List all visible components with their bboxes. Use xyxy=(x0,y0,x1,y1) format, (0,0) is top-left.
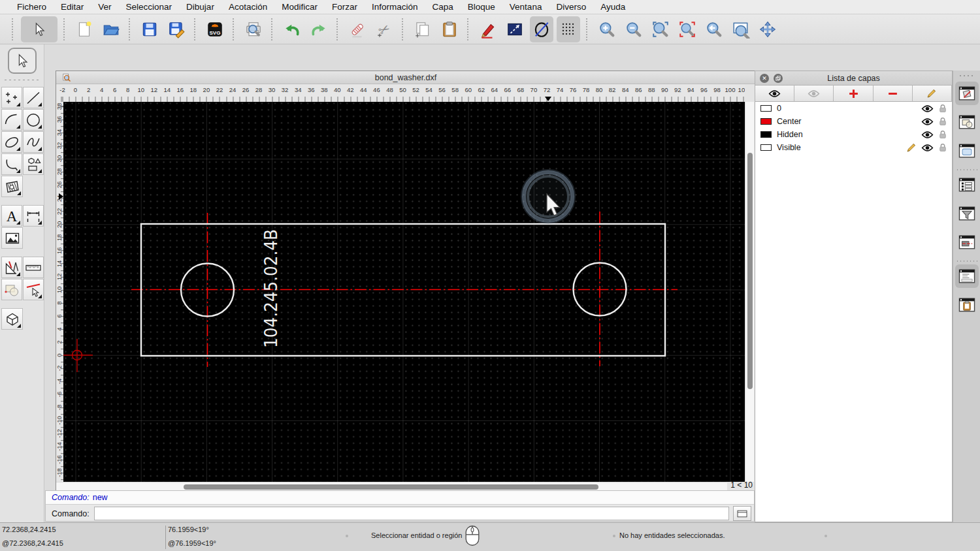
menu-diverso[interactable]: Diverso xyxy=(549,2,593,12)
menu-ver[interactable]: Ver xyxy=(91,2,118,12)
layer-pencil-button[interactable] xyxy=(913,86,952,102)
h-ruler-label: 78 xyxy=(583,86,590,93)
paste-button[interactable] xyxy=(438,16,461,42)
copy-button[interactable] xyxy=(411,16,434,42)
vertical-scrollbar[interactable] xyxy=(745,102,754,482)
block-list-dock-button[interactable] xyxy=(955,110,979,134)
library-browser-dock-button[interactable] xyxy=(955,139,979,163)
select-tool-button[interactable] xyxy=(8,48,37,74)
filter-dock-button[interactable] xyxy=(955,202,979,225)
layer-visibility-eye-icon[interactable] xyxy=(921,131,934,139)
polygon-tool-button[interactable] xyxy=(23,153,44,175)
layer-visibility-eye-icon[interactable] xyxy=(921,118,934,126)
line-attributes-button[interactable] xyxy=(503,16,527,42)
layer-lock-icon[interactable] xyxy=(938,143,947,152)
zoom-previous-button[interactable] xyxy=(702,16,726,42)
dimension-tool-button[interactable] xyxy=(23,205,44,227)
zoom-selection-button[interactable] xyxy=(676,16,699,42)
circle-tool-button[interactable] xyxy=(23,109,44,131)
layer-row-center[interactable]: Center xyxy=(755,115,952,128)
new-file-button[interactable] xyxy=(73,16,96,42)
open-file-button[interactable] xyxy=(99,16,123,42)
select-entity-tool-button[interactable] xyxy=(23,279,44,300)
layer-minus-button[interactable] xyxy=(874,86,913,102)
modify-tool-button[interactable] xyxy=(1,279,22,300)
layer-visibility-eye-icon[interactable] xyxy=(921,144,934,152)
command-detach-button[interactable] xyxy=(733,506,751,521)
document-titlebar[interactable]: bond_washer.dxf xyxy=(56,71,755,84)
points-tool-button[interactable] xyxy=(1,87,22,108)
layer-eye-off-button[interactable] xyxy=(794,86,834,102)
text-tool-button[interactable]: A xyxy=(1,205,22,227)
print-preview-button[interactable] xyxy=(242,16,265,42)
layer-lock-icon[interactable] xyxy=(938,130,947,139)
palette-drag-handle[interactable] xyxy=(3,78,41,82)
part-label[interactable]: 104.245.02.4B xyxy=(261,229,281,348)
layer-lock-icon[interactable] xyxy=(938,104,947,113)
grid-toggle-button[interactable] xyxy=(557,16,580,42)
menu-fichero[interactable]: Fichero xyxy=(10,2,54,12)
undo-button[interactable] xyxy=(280,16,304,42)
spline-tool-button[interactable] xyxy=(23,131,44,153)
ellipse-tool-button[interactable] xyxy=(1,131,22,153)
command-widget-dock-button[interactable] xyxy=(955,264,979,288)
cut-button[interactable]: ✂ xyxy=(372,16,396,42)
v-ruler-label: 16 xyxy=(56,247,63,254)
command-input[interactable] xyxy=(94,507,729,520)
hatch-tool-button[interactable] xyxy=(1,176,23,197)
zoom-auto-button[interactable] xyxy=(649,16,672,42)
zoom-out-button[interactable] xyxy=(622,16,645,42)
v-ruler-label: 34 xyxy=(56,129,63,136)
vertical-scroll-thumb[interactable] xyxy=(747,153,753,389)
svg-export-button[interactable]: SVG xyxy=(203,16,227,42)
layer-plus-button[interactable] xyxy=(834,86,873,102)
polyline-tool-button[interactable] xyxy=(1,153,22,175)
h-ruler-label: 18 xyxy=(190,86,197,93)
layer-lock-icon[interactable] xyxy=(938,117,947,126)
menu-dibujar[interactable]: Dibujar xyxy=(179,2,221,12)
drawing-canvas[interactable]: 104.245.02.4B xyxy=(63,102,745,482)
select-arrow-button[interactable] xyxy=(21,16,57,42)
menu-capa[interactable]: Capa xyxy=(425,2,461,12)
zoom-pan-button[interactable] xyxy=(756,16,779,42)
layer-row-0[interactable]: 0 xyxy=(755,102,952,115)
image-tool-button[interactable] xyxy=(1,227,23,249)
menu-seleccionar[interactable]: Seleccionar xyxy=(119,2,180,12)
save-button[interactable] xyxy=(138,16,161,42)
redo-button[interactable] xyxy=(307,16,331,42)
relative-polar: @76.1959<19° xyxy=(168,539,216,547)
pen-wizard-dock-button[interactable] xyxy=(955,230,979,254)
menu-ventana[interactable]: Ventana xyxy=(502,2,549,12)
clipboard-dock-button[interactable] xyxy=(955,293,979,317)
dock-drag-handle[interactable] xyxy=(958,74,975,78)
menu-editar[interactable]: Editar xyxy=(54,2,91,12)
box-3d-tool-button[interactable] xyxy=(1,308,23,330)
layer-eye-button[interactable] xyxy=(755,86,794,102)
measure-tool-button[interactable] xyxy=(1,257,22,278)
ruler-x-marker xyxy=(545,97,551,101)
save-as-button[interactable] xyxy=(165,16,188,42)
line-tool-button[interactable] xyxy=(23,87,44,108)
pen-edit-button[interactable] xyxy=(476,16,500,42)
arc-tool-button[interactable] xyxy=(1,109,22,131)
ruler-tool-button[interactable] xyxy=(23,257,44,278)
menu-bloque[interactable]: Bloque xyxy=(461,2,502,12)
menu-informacion[interactable]: Información xyxy=(365,2,425,12)
menu-forzar[interactable]: Forzar xyxy=(325,2,365,12)
layer-row-visible[interactable]: Visible xyxy=(755,141,952,154)
menu-modificar[interactable]: Modificar xyxy=(274,2,325,12)
entity-list-dock-button[interactable] xyxy=(955,173,979,197)
layer-list-dock-button[interactable] xyxy=(955,82,979,105)
horizontal-scrollbar[interactable] xyxy=(56,482,727,491)
menu-ayuda[interactable]: Ayuda xyxy=(593,2,632,12)
command-history: Comando: new xyxy=(46,491,754,505)
eraser-button[interactable] xyxy=(346,16,369,42)
zoom-window-button[interactable] xyxy=(729,16,753,42)
horizontal-scroll-thumb[interactable] xyxy=(184,484,598,490)
menu-acotacion[interactable]: Acotación xyxy=(221,2,274,12)
layer-visibility-eye-icon[interactable] xyxy=(921,104,934,113)
layer-row-hidden[interactable]: Hidden xyxy=(755,128,952,141)
pen-circle-button[interactable] xyxy=(530,16,553,42)
zoom-in-button[interactable] xyxy=(595,16,619,42)
statusbar-divider xyxy=(165,526,166,549)
